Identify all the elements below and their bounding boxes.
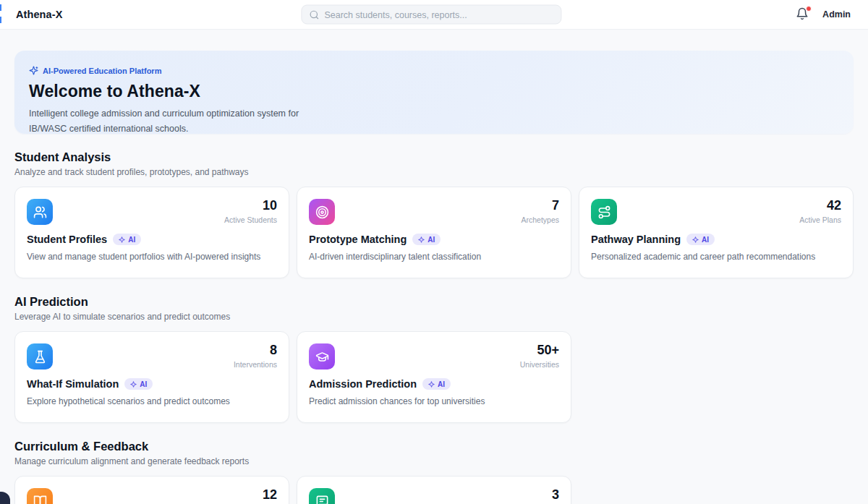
card-title: Admission Prediction [309, 378, 417, 390]
section-title: Student Analysis [14, 150, 854, 164]
notifications-button[interactable] [796, 7, 810, 22]
card-stat: 50+ Universities [520, 343, 559, 369]
card-description: Predict admission chances for top univer… [309, 396, 559, 406]
card-feedback-system[interactable]: 3 Generators Feedback System AI [297, 476, 571, 504]
card-admission-prediction[interactable]: 50+ Universities Admission Prediction AI… [297, 331, 571, 423]
page-title: Welcome to Athena-X [29, 82, 836, 101]
card-description: AI-driven interdisciplinary talent class… [309, 252, 559, 262]
flask-icon [27, 343, 53, 370]
brand-logo: Athena-X [16, 9, 62, 20]
ai-badge: AI [422, 378, 451, 390]
stat-number: 10 [224, 198, 277, 213]
ai-badge: AI [124, 378, 153, 390]
stat-number: 8 [234, 343, 277, 358]
sparkles-icon [130, 381, 137, 388]
ai-badge: AI [412, 234, 441, 245]
notification-dot [806, 6, 812, 12]
card-description: Explore hypothetical scenarios and predi… [27, 396, 277, 406]
section-subtitle: Analyze and track student profiles, prot… [14, 167, 854, 177]
sparkles-icon [29, 66, 38, 75]
hero-description: Intelligent college admission and curric… [29, 106, 302, 136]
card-grid: 8 Interventions What-If Simulation AI Ex… [14, 331, 854, 423]
search-input[interactable] [324, 9, 553, 20]
card-title: What-If Simulation [27, 378, 119, 390]
card-grid: 12 Suggestions Curriculum Analysis 3 Gen… [14, 476, 854, 504]
sparkles-icon [428, 381, 435, 388]
section-subtitle: Leverage AI to simulate scenarios and pr… [14, 312, 854, 322]
stat-number: 42 [799, 198, 841, 213]
sparkles-icon [692, 236, 699, 243]
sparkles-icon [418, 236, 425, 243]
global-search[interactable] [301, 5, 561, 25]
card-description: Personalized academic and career path re… [591, 252, 841, 262]
user-menu[interactable]: Admin [822, 9, 851, 20]
section-student-analysis: Student Analysis Analyze and track stude… [14, 150, 854, 278]
card-title: Pathway Planning [591, 234, 681, 245]
users-icon [27, 199, 53, 225]
card-pathway-planning[interactable]: 42 Active Plans Pathway Planning AI Pers… [579, 187, 854, 278]
ai-badge: AI [686, 234, 715, 245]
stat-number: 50+ [520, 343, 559, 358]
route-icon [591, 199, 617, 225]
topbar-actions: Admin [796, 7, 851, 22]
stat-number: 3 [521, 487, 559, 503]
stat-label: Active Plans [799, 215, 841, 224]
section-ai-prediction: AI Prediction Leverage AI to simulate sc… [14, 295, 854, 423]
ai-badge: AI [113, 234, 141, 245]
card-stat: 8 Interventions [234, 343, 277, 369]
card-grid: 10 Active Students Student Profiles AI V… [14, 187, 854, 278]
hero-banner: AI-Powered Education Platform Welcome to… [14, 51, 854, 134]
card-title: Student Profiles [27, 234, 107, 245]
section-title: AI Prediction [14, 295, 854, 309]
card-what-if-simulation[interactable]: 8 Interventions What-If Simulation AI Ex… [14, 331, 289, 423]
card-title: Prototype Matching [309, 234, 407, 245]
search-icon [309, 9, 319, 20]
card-prototype-matching[interactable]: 7 Archetypes Prototype Matching AI AI-dr… [297, 187, 571, 278]
stat-label: Interventions [234, 360, 277, 369]
card-curriculum-analysis[interactable]: 12 Suggestions Curriculum Analysis [14, 476, 289, 504]
section-title: Curriculum & Feedback [14, 440, 854, 453]
hero-badge: AI-Powered Education Platform [29, 66, 836, 75]
stat-label: Archetypes [521, 215, 559, 224]
graduation-cap-icon [309, 343, 335, 370]
stat-number: 7 [521, 198, 559, 213]
card-student-profiles[interactable]: 10 Active Students Student Profiles AI V… [14, 187, 289, 278]
card-stat: 42 Active Plans [799, 198, 841, 224]
hero-badge-label: AI-Powered Education Platform [43, 67, 161, 75]
message-square-icon [309, 488, 335, 504]
stat-label: Active Students [224, 215, 277, 224]
card-stat: 10 Active Students [224, 198, 277, 224]
top-navigation-bar: Athena-X Admin [0, 0, 868, 30]
card-stat: 3 Generators [521, 487, 559, 504]
sparkles-icon [119, 236, 125, 243]
section-curriculum-feedback: Curriculum & Feedback Manage curriculum … [14, 440, 854, 504]
card-stat: 12 Suggestions [235, 487, 277, 504]
target-icon [309, 199, 335, 225]
card-description: View and manage student portfolios with … [27, 252, 277, 262]
card-stat: 7 Archetypes [521, 198, 559, 224]
book-open-icon [27, 488, 53, 504]
stat-number: 12 [235, 487, 277, 503]
main-content: AI-Powered Education Platform Welcome to… [0, 51, 868, 504]
section-subtitle: Manage curriculum alignment and generate… [14, 456, 854, 466]
left-edge-accent [0, 4, 1, 27]
stat-label: Universities [520, 360, 559, 369]
